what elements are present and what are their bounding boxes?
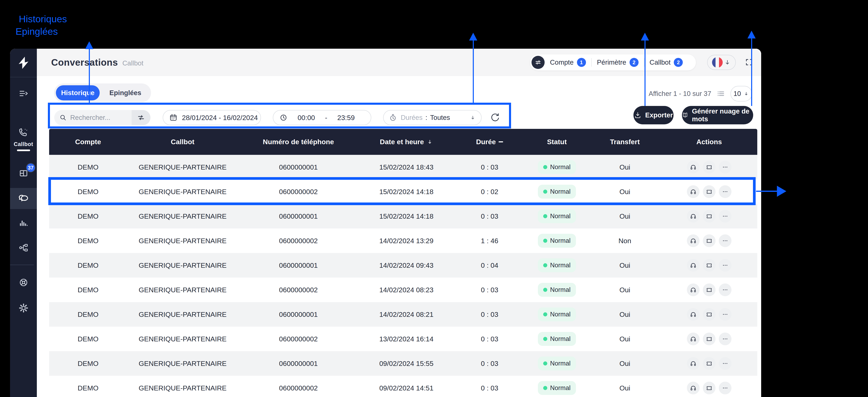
table-row[interactable]: DEMO GENERIQUE-PARTENAIRE 0600000002 09/… (49, 376, 757, 397)
listen-audio-button[interactable] (687, 284, 700, 296)
page-title: Conversations (51, 57, 118, 68)
status-label: Normal (550, 311, 570, 318)
ticket-button[interactable] (703, 234, 715, 247)
sidebar-divider (10, 265, 34, 265)
listen-audio-button[interactable] (687, 357, 700, 370)
ticket-button[interactable] (703, 284, 715, 296)
scope-sliders-icon[interactable] (531, 56, 545, 69)
cell-transfert: Oui (589, 384, 661, 392)
table-row[interactable]: DEMO GENERIQUE-PARTENAIRE 0600000002 14/… (49, 277, 757, 302)
table-row[interactable]: DEMO GENERIQUE-PARTENAIRE 0600000002 13/… (49, 327, 757, 351)
settings-gear-icon[interactable] (10, 303, 37, 313)
scope-compte-label: Compte (550, 59, 574, 66)
annotation-label: Historiques Epinglées (16, 13, 67, 38)
listen-audio-button[interactable] (687, 308, 700, 321)
table-row[interactable]: DEMO GENERIQUE-PARTENAIRE 0600000001 14/… (49, 253, 757, 277)
cell-duree: 0 : 03 (454, 360, 525, 368)
col-transfert[interactable]: Transfert (589, 138, 661, 146)
cell-numero: 0600000002 (238, 335, 359, 343)
globe-icon[interactable] (10, 277, 37, 288)
cell-compte: DEMO (49, 212, 127, 220)
durations-select[interactable]: Durées : Toutes (383, 110, 482, 125)
list-view-icon[interactable] (717, 89, 725, 98)
tab-epinglees[interactable]: Epinglées (100, 89, 151, 97)
language-selector[interactable] (707, 55, 736, 70)
ticket-button[interactable] (703, 185, 715, 198)
wordcloud-button[interactable]: Générer nuage de mots (682, 106, 753, 124)
more-options-button[interactable] (719, 382, 732, 394)
ticket-button[interactable] (703, 382, 715, 394)
status-badge: Normal (538, 283, 576, 297)
table-row[interactable]: DEMO GENERIQUE-PARTENAIRE 0600000001 15/… (49, 204, 757, 228)
page-size-select[interactable]: 10 (731, 86, 752, 101)
listen-audio-button[interactable] (687, 382, 700, 394)
search-placeholder: Rechercher... (70, 114, 132, 122)
ticket-button[interactable] (703, 357, 715, 370)
durations-separator: : (425, 114, 427, 122)
more-options-button[interactable] (719, 308, 732, 321)
scope-filter-pill[interactable]: Compte 1 Périmètre 2 Callbot 2 (530, 55, 696, 70)
col-duree[interactable]: Durée (454, 138, 525, 146)
logo-block[interactable] (10, 49, 37, 77)
export-button[interactable]: Exporter (633, 106, 674, 124)
advanced-search-sliders-icon[interactable] (132, 110, 150, 125)
phone-callbot-icon[interactable] (10, 127, 37, 138)
listen-audio-button[interactable] (687, 259, 700, 272)
col-date[interactable]: Date et heure (359, 138, 454, 146)
table-row[interactable]: DEMO GENERIQUE-PARTENAIRE 0600000002 14/… (49, 228, 757, 253)
expand-menu-icon[interactable] (10, 88, 37, 99)
listen-audio-button[interactable] (687, 210, 700, 223)
more-options-button[interactable] (719, 259, 732, 272)
col-callbot[interactable]: Callbot (127, 138, 238, 146)
table-row[interactable]: DEMO GENERIQUE-PARTENAIRE 0600000001 09/… (49, 351, 757, 376)
more-options-button[interactable] (719, 333, 732, 345)
ticket-button[interactable] (703, 161, 715, 173)
cell-actions (661, 210, 757, 223)
fullscreen-icon[interactable] (745, 58, 753, 66)
col-statut[interactable]: Statut (525, 138, 589, 146)
ticket-button[interactable] (703, 333, 715, 345)
flow-org-icon[interactable] (10, 242, 37, 253)
conversations-chat-icon[interactable] (10, 193, 37, 204)
status-badge: Normal (538, 258, 576, 272)
date-range-picker[interactable]: 28/01/2024 - 16/02/2024 (163, 110, 261, 125)
refresh-icon[interactable] (490, 112, 501, 123)
scope-filter-perimetre[interactable]: Périmètre 2 (592, 58, 644, 67)
more-options-button[interactable] (719, 234, 732, 247)
cell-compte: DEMO (49, 310, 127, 319)
col-compte[interactable]: Compte (49, 138, 127, 146)
date-range-value: 28/01/2024 - 16/02/2024 (182, 114, 258, 122)
status-dot-icon (543, 263, 547, 267)
status-label: Normal (550, 163, 570, 171)
more-options-button[interactable] (719, 210, 732, 223)
table-row[interactable]: DEMO GENERIQUE-PARTENAIRE 0600000001 14/… (49, 302, 757, 327)
listen-audio-button[interactable] (687, 185, 700, 198)
table-row[interactable]: DEMO GENERIQUE-PARTENAIRE 0600000001 15/… (49, 155, 757, 179)
tab-historique[interactable]: Historique (56, 85, 100, 100)
scope-filter-callbot[interactable]: Callbot 2 (644, 58, 688, 67)
more-options-button[interactable] (719, 185, 732, 198)
cell-date: 14/02/2024 08:21 (359, 310, 454, 319)
ticket-button[interactable] (703, 308, 715, 321)
cell-actions (661, 382, 757, 394)
scope-filter-compte[interactable]: Compte 1 (545, 58, 591, 67)
listen-audio-button[interactable] (687, 234, 700, 247)
stats-bars-icon[interactable] (10, 218, 37, 228)
time-range-picker[interactable]: 00:00 - 23:59 (273, 110, 371, 125)
listen-audio-button[interactable] (687, 333, 700, 345)
status-dot-icon (543, 214, 547, 218)
cell-statut: Normal (525, 357, 589, 370)
cell-numero: 0600000002 (238, 237, 359, 245)
more-options-button[interactable] (719, 284, 732, 296)
more-options-button[interactable] (719, 161, 732, 173)
ticket-button[interactable] (703, 210, 715, 223)
listen-audio-button[interactable] (687, 161, 700, 173)
search-icon (59, 114, 67, 122)
table-row[interactable]: DEMO GENERIQUE-PARTENAIRE 0600000002 15/… (49, 179, 757, 204)
status-badge: Normal (538, 209, 576, 223)
french-flag-icon (712, 57, 723, 68)
search-input[interactable]: Rechercher... (54, 110, 150, 125)
col-numero[interactable]: Numéro de téléphone (238, 138, 359, 146)
more-options-button[interactable] (719, 357, 732, 370)
ticket-button[interactable] (703, 259, 715, 272)
